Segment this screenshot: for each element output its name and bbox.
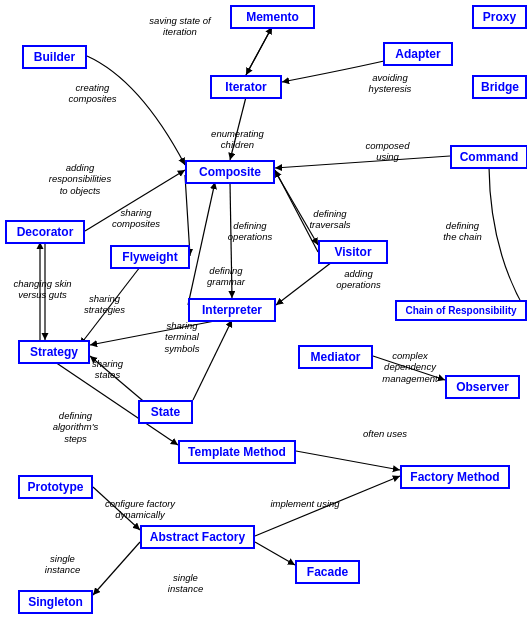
diagram: Memento Proxy Builder Adapter Iterator B… bbox=[0, 0, 527, 620]
svg-line-4 bbox=[185, 175, 190, 256]
adapter-node[interactable]: Adapter bbox=[383, 42, 453, 66]
label-single-instance-1: singleinstance bbox=[35, 553, 90, 576]
label-implement-using: implement using bbox=[265, 498, 345, 509]
templatemethod-node[interactable]: Template Method bbox=[178, 440, 296, 464]
svg-line-0 bbox=[246, 27, 272, 75]
label-defining-grammar: defininggrammar bbox=[192, 265, 260, 288]
observer-node[interactable]: Observer bbox=[445, 375, 520, 399]
prototype-node[interactable]: Prototype bbox=[18, 475, 93, 499]
label-saving-state: saving state ofiteration bbox=[140, 15, 220, 38]
svg-line-1 bbox=[246, 27, 272, 75]
label-sharing-strategies: sharingstrategies bbox=[72, 293, 137, 316]
label-defining-operations: definingoperations bbox=[215, 220, 285, 243]
decorator-node[interactable]: Decorator bbox=[5, 220, 85, 244]
label-enumerating-children: enumeratingchildren bbox=[200, 128, 275, 151]
label-skin-guts: changing skinversus guts bbox=[5, 278, 80, 301]
svg-line-21 bbox=[93, 542, 140, 595]
label-complex-dependency: complex dependencymanagement bbox=[370, 350, 450, 384]
state-node[interactable]: State bbox=[138, 400, 193, 424]
label-sharing-states: sharingstates bbox=[80, 358, 135, 381]
svg-line-17 bbox=[296, 451, 400, 470]
label-composed-using: composedusing bbox=[355, 140, 420, 163]
label-single-instance-2: singleinstance bbox=[158, 572, 213, 595]
abstractfactory-node[interactable]: Abstract Factory bbox=[140, 525, 255, 549]
label-sharing-composites: sharingcomposites bbox=[100, 207, 172, 230]
singleton-node[interactable]: Singleton bbox=[18, 590, 93, 614]
svg-line-20 bbox=[255, 542, 295, 565]
memento-node[interactable]: Memento bbox=[230, 5, 315, 29]
label-configure-factory: configure factorydynamically bbox=[90, 498, 190, 521]
label-avoiding-hysteresis: avoidinghysteresis bbox=[355, 72, 425, 95]
facade-node[interactable]: Facade bbox=[295, 560, 360, 584]
factorymethod-node[interactable]: Factory Method bbox=[400, 465, 510, 489]
label-sharing-terminal: sharingterminalsymbols bbox=[148, 320, 216, 354]
chain-node[interactable]: Chain of Responsibility bbox=[395, 300, 527, 321]
label-defining-chain: definingthe chain bbox=[430, 220, 495, 243]
svg-line-23 bbox=[276, 262, 332, 305]
label-defining-traversals: definingtraversals bbox=[295, 208, 365, 231]
command-node[interactable]: Command bbox=[450, 145, 527, 169]
proxy-node[interactable]: Proxy bbox=[472, 5, 527, 29]
interpreter-node[interactable]: Interpreter bbox=[188, 298, 276, 322]
mediator-node[interactable]: Mediator bbox=[298, 345, 373, 369]
composite-node[interactable]: Composite bbox=[185, 160, 275, 184]
visitor-node[interactable]: Visitor bbox=[318, 240, 388, 264]
label-adding-operations: addingoperations bbox=[326, 268, 391, 291]
label-adding-resp: adding responsibilitiesto objects bbox=[40, 162, 120, 196]
label-creating-composites: creatingcomposites bbox=[55, 82, 130, 105]
builder-node[interactable]: Builder bbox=[22, 45, 87, 69]
bridge-node[interactable]: Bridge bbox=[472, 75, 527, 99]
iterator-node[interactable]: Iterator bbox=[210, 75, 282, 99]
label-often-uses: often uses bbox=[355, 428, 415, 439]
label-defining-algorithm: definingalgorithm'ssteps bbox=[38, 410, 113, 444]
flyweight-node[interactable]: Flyweight bbox=[110, 245, 190, 269]
